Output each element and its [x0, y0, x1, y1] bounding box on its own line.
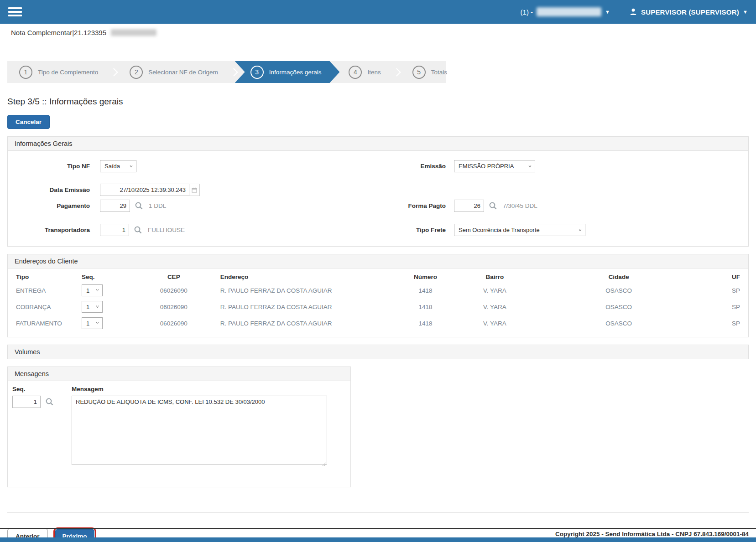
section-title: Endereços do Cliente	[8, 254, 748, 268]
transportadora-input[interactable]	[100, 224, 129, 236]
search-icon[interactable]	[134, 226, 142, 234]
cell-cidade: OSASCO	[538, 299, 699, 315]
section-informacoes-gerais: Informações Gerais Tipo NF Saída ˅ Emiss…	[7, 136, 749, 247]
pagamento-desc: 1 DDL	[149, 202, 166, 209]
cell-bairro: V. YARA	[451, 299, 538, 315]
company-prefix: (1) -	[521, 8, 533, 16]
calendar-icon[interactable]	[189, 184, 200, 196]
seq-select[interactable]: 1 ˅	[82, 284, 103, 296]
breadcrumb-row: Nota Complementar|21.123395	[0, 24, 756, 41]
emissao-select[interactable]: EMISSÃO PRÓPRIA ˅	[454, 160, 535, 172]
step-label: Selecionar NF de Origem	[148, 69, 218, 76]
chevron-down-icon: ˅	[96, 321, 99, 325]
copyright-text: Copyright 2025 - Send Informática Ltda -…	[555, 531, 749, 537]
wizard-step-5[interactable]: 5 Totais	[401, 61, 459, 83]
col-header-numero: Número	[400, 269, 451, 282]
pagamento-label: Pagamento	[8, 202, 90, 209]
transportadora-desc: FULLHOUSE	[148, 227, 185, 233]
step-number: 4	[349, 66, 362, 79]
data-emissao-label: Data Emissão	[8, 186, 90, 193]
user-icon	[629, 8, 637, 16]
table-row: FATURAMENTO 1 ˅ 06026090 R. PAULO FERRAZ…	[13, 315, 743, 331]
step-number: 2	[130, 66, 143, 79]
col-header-uf: UF	[699, 269, 743, 282]
bottom-accent-bar	[0, 537, 756, 542]
cell-numero: 1418	[400, 315, 451, 331]
chevron-down-icon: ˅	[96, 288, 99, 293]
enderecos-table: Tipo Seq. CEP Endereço Número Bairro Cid…	[13, 269, 743, 331]
cell-endereco: R. PAULO FERRAZ DA COSTA AGUIAR	[218, 299, 400, 315]
section-divider	[7, 512, 749, 513]
cell-endereco: R. PAULO FERRAZ DA COSTA AGUIAR	[218, 315, 400, 331]
search-icon[interactable]	[135, 201, 143, 210]
section-volumes: Volumes	[7, 345, 749, 359]
col-header-bairro: Bairro	[451, 269, 538, 282]
page-title: Step 3/5 :: Informações gerais	[7, 97, 749, 107]
breadcrumb: Nota Complementar|21.123395	[11, 29, 106, 36]
seq-label: Seq.	[12, 386, 72, 392]
step-number: 5	[412, 66, 426, 79]
mensagem-textarea[interactable]: REDUÇÃO DE ALIQUOTA DE ICMS, CONF. LEI 1…	[72, 396, 327, 465]
chevron-down-icon: ˅	[96, 305, 99, 309]
chevron-down-icon: ˅	[130, 164, 133, 169]
step-number: 3	[250, 66, 264, 79]
menu-icon[interactable]	[8, 5, 22, 18]
search-icon[interactable]	[489, 201, 497, 210]
chevron-down-icon: ˅	[528, 164, 532, 169]
step-separator-chevron-icon	[392, 68, 401, 76]
emissao-label: Emissão	[400, 163, 446, 170]
mensagem-seq-input[interactable]	[12, 396, 41, 408]
resize-grip-icon[interactable]	[322, 461, 326, 466]
section-enderecos-cliente: Endereços do Cliente Tipo Seq. CEP Ender…	[7, 254, 749, 337]
cell-cep: 06026090	[130, 315, 218, 331]
cell-bairro: V. YARA	[451, 315, 538, 331]
forma-pagto-desc: 7/30/45 DDL	[503, 202, 537, 209]
step-label: Itens	[367, 69, 381, 76]
section-mensagens: Mensagens Seq. Mensagem REDUÇÃO DE ALIQU…	[7, 366, 351, 487]
caret-down-icon: ▼	[605, 9, 610, 15]
tipo-frete-label: Tipo Frete	[400, 227, 446, 233]
cell-numero: 1418	[400, 299, 451, 315]
user-label: SUPERVISOR (SUPERVISOR)	[641, 8, 739, 16]
data-emissao-input[interactable]	[100, 184, 189, 196]
redacted-client-name	[111, 29, 156, 36]
wizard-step-4[interactable]: 4 Itens	[337, 61, 392, 83]
cell-uf: SP	[699, 299, 743, 315]
cell-tipo: ENTREGA	[13, 282, 79, 299]
col-header-seq: Seq.	[79, 269, 130, 282]
step-number: 1	[19, 66, 32, 79]
seq-select[interactable]: 1 ˅	[82, 317, 103, 329]
top-navigation-bar: (1) - ▼ SUPERVISOR (SUPERVISOR) ▼	[0, 0, 756, 24]
user-menu[interactable]: SUPERVISOR (SUPERVISOR) ▼	[629, 8, 748, 16]
tipo-nf-select[interactable]: Saída ˅	[100, 160, 136, 172]
step-label: Informações gerais	[269, 69, 322, 76]
seq-select[interactable]: 1 ˅	[82, 301, 103, 313]
forma-pagto-label: Forma Pagto	[400, 202, 446, 209]
pagamento-input[interactable]	[100, 200, 130, 212]
redacted-company-name	[537, 7, 601, 16]
search-icon[interactable]	[45, 397, 54, 406]
caret-down-icon: ▼	[743, 9, 748, 15]
cell-numero: 1418	[400, 282, 451, 299]
cell-tipo: COBRANÇA	[13, 299, 79, 315]
tipo-nf-label: Tipo NF	[8, 163, 90, 170]
cell-cep: 06026090	[130, 299, 218, 315]
col-header-tipo: Tipo	[13, 269, 79, 282]
wizard-step-3-active[interactable]: 3 Informações gerais	[235, 61, 340, 83]
section-title: Informações Gerais	[8, 137, 748, 151]
tipo-frete-select[interactable]: Sem Ocorrência de Transporte ˅	[454, 224, 585, 236]
table-row: ENTREGA 1 ˅ 06026090 R. PAULO FERRAZ DA …	[13, 282, 743, 299]
forma-pagto-input[interactable]	[454, 200, 484, 212]
cell-uf: SP	[699, 315, 743, 331]
footer-divider	[0, 528, 756, 529]
step-label: Totais	[431, 69, 447, 76]
wizard-step-2[interactable]: 2 Selecionar NF de Origem	[118, 61, 229, 83]
col-header-cidade: Cidade	[538, 269, 699, 282]
wizard-step-1[interactable]: 1 Tipo de Complemento	[7, 61, 110, 83]
cancel-button[interactable]: Cancelar	[7, 115, 50, 129]
cell-cep: 06026090	[130, 282, 218, 299]
step-separator-chevron-icon	[229, 68, 238, 76]
company-selector[interactable]: (1) - ▼	[521, 7, 610, 16]
chevron-down-icon: ˅	[579, 228, 582, 232]
cell-cidade: OSASCO	[538, 282, 699, 299]
